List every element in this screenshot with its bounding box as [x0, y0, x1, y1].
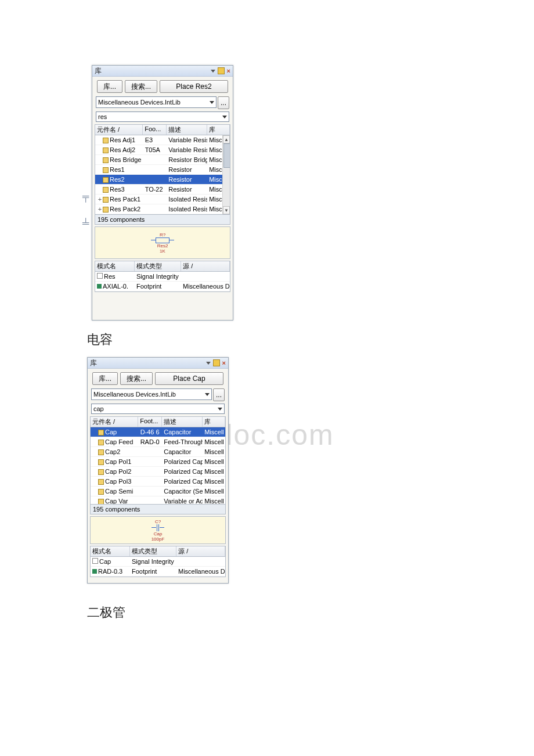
component-name: Cap Pol3	[105, 478, 131, 485]
col-model-name-header: 模式名	[95, 261, 135, 271]
filter-input[interactable]: cap	[91, 404, 225, 414]
library-dropdown-value: Miscellaneous Devices.IntLib	[93, 391, 176, 398]
component-name: Cap2	[105, 448, 120, 455]
panel-toolbar: 库... 搜索... Place Cap	[88, 369, 228, 387]
tree-expand-icon[interactable]: +	[97, 196, 103, 203]
preview-comment: Res2	[157, 243, 168, 249]
library-more-button[interactable]: ...	[218, 96, 229, 109]
table-row[interactable]: CapSignal Integrity	[91, 557, 225, 567]
menu-dropdown-icon[interactable]	[206, 362, 211, 365]
table-row[interactable]: RAD-0.3FootprintMiscellaneous D	[91, 567, 225, 577]
side-glyph: ╤	[82, 192, 89, 202]
search-button[interactable]: 搜索...	[120, 372, 153, 385]
filter-input[interactable]: res	[96, 111, 229, 122]
component-icon	[103, 138, 109, 143]
library-select-row: Miscellaneous Devices.IntLib ...	[96, 96, 229, 109]
table-row[interactable]: CapD-46 6CapacitorMiscell	[91, 427, 225, 437]
table-row[interactable]: Cap VarVariable or AdjMiscell	[91, 496, 225, 504]
col-description-header: 描述	[167, 125, 207, 135]
component-name: Cap	[105, 429, 117, 435]
library-panel-res: 库 × 库... 搜索... Place Res2 Miscellaneous …	[92, 65, 233, 321]
filter-input-value: cap	[93, 405, 104, 412]
table-row[interactable]: Cap Pol1Polarized CapaMiscell	[91, 457, 225, 467]
table-row[interactable]: Res1ResistorMiscell	[95, 165, 230, 175]
panel-title: 库	[90, 358, 97, 368]
model-source: Miscellaneous D	[181, 283, 230, 290]
scrollbar[interactable]: ▲ ▼	[222, 135, 230, 214]
grid-body: CapD-46 6CapacitorMiscellCap FeedRAD-0Fe…	[91, 427, 225, 504]
tree-expand-icon[interactable]: +	[97, 206, 103, 213]
component-icon	[103, 157, 109, 163]
model-type: Footprint	[130, 568, 176, 575]
panel-titlebar[interactable]: 库 ×	[88, 358, 228, 369]
component-description: Variable or Adj	[162, 498, 203, 504]
component-icon	[98, 499, 104, 504]
place-button[interactable]: Place Cap	[155, 372, 223, 385]
table-row[interactable]: +Res Pack2Isolated ResisMiscell	[95, 204, 230, 214]
table-row[interactable]: Cap SemiCapacitor (SerMiscell	[91, 487, 225, 496]
table-row[interactable]: Res2ResistorMiscell	[95, 175, 230, 185]
table-row[interactable]: Res Adj1E3Variable ResisMiscell	[95, 135, 230, 145]
table-row[interactable]: Cap Pol2Polarized CapaMiscell	[91, 467, 225, 477]
library-dropdown[interactable]: Miscellaneous Devices.IntLib	[96, 96, 217, 108]
preview-designator: R?	[160, 232, 165, 237]
place-button[interactable]: Place Res2	[160, 80, 228, 93]
table-row[interactable]: +Res Pack1Isolated ResisMiscell	[95, 195, 230, 204]
pin-icon[interactable]	[213, 359, 220, 366]
component-name: Res2	[110, 176, 125, 183]
component-description: Variable Resis	[167, 136, 207, 143]
component-library: Miscell	[203, 429, 225, 435]
table-row[interactable]: Cap Pol3Polarized CapaMiscell	[91, 477, 225, 487]
table-row[interactable]: Cap2CapacitorMiscell	[91, 447, 225, 457]
col-model-source-header: 源	[183, 262, 189, 269]
col-model-source-header: 源	[178, 548, 185, 555]
library-more-button[interactable]: ...	[213, 388, 225, 401]
component-name: Cap Var	[105, 498, 128, 504]
models-grid-header[interactable]: 模式名 模式类型 源 /	[91, 546, 225, 557]
component-name: Res3	[110, 186, 125, 193]
component-library: Miscell	[203, 498, 225, 504]
schematic-icon	[92, 558, 98, 564]
col-library-header: 库	[203, 417, 225, 427]
table-row[interactable]: Cap FeedRAD-0Feed-ThroughMiscell	[91, 437, 225, 447]
models-grid-header[interactable]: 模式名 模式类型 源 /	[95, 261, 230, 272]
col-model-name-header: 模式名	[91, 546, 130, 556]
resistor-symbol-icon	[156, 237, 169, 243]
table-row[interactable]: Res BridgeResistor BridgMiscell	[95, 155, 230, 165]
search-button[interactable]: 搜索...	[125, 80, 157, 93]
component-footprint: E3	[143, 136, 167, 143]
pin-icon[interactable]	[218, 67, 225, 74]
chevron-down-icon	[222, 116, 227, 118]
preview-value: 1K	[160, 249, 165, 254]
component-name: Cap Semi	[105, 488, 133, 495]
preview-comment: Cap	[154, 531, 163, 537]
table-row[interactable]: Res3TO-22ResistorMiscell	[95, 185, 230, 195]
libraries-button[interactable]: 库...	[97, 80, 122, 93]
grid-header[interactable]: 元件名 / Foo... 描述 库	[95, 125, 230, 135]
component-footprint: TO-22	[143, 186, 167, 193]
col-model-type-header: 模式类型	[135, 261, 181, 271]
menu-dropdown-icon[interactable]	[211, 70, 215, 73]
scroll-up-icon[interactable]: ▲	[223, 135, 230, 143]
scroll-thumb[interactable]	[223, 143, 230, 168]
close-icon[interactable]: ×	[222, 359, 226, 366]
library-dropdown[interactable]: Miscellaneous Devices.IntLib	[91, 388, 212, 400]
component-icon	[103, 207, 109, 213]
components-grid: 元件名 / Foo... 描述 库 Res Adj1E3Variable Res…	[95, 124, 230, 215]
table-row[interactable]: ResSignal Integrity	[95, 272, 230, 282]
table-row[interactable]: Res Adj2T05AVariable ResisMiscell	[95, 145, 230, 155]
model-source: Miscellaneous D	[176, 568, 225, 575]
grid-header[interactable]: 元件名 / Foot... 描述 库	[91, 417, 225, 427]
sort-indicator: /	[186, 548, 188, 555]
col-name-header: 元件名	[97, 126, 116, 133]
component-library: Miscell	[203, 438, 225, 445]
component-name: Cap Pol2	[105, 468, 131, 475]
component-count: 195 components	[90, 505, 226, 514]
component-library: Miscell	[203, 468, 225, 475]
libraries-button[interactable]: 库...	[92, 372, 118, 385]
scroll-down-icon[interactable]: ▼	[223, 206, 230, 214]
component-footprint: T05A	[143, 146, 167, 153]
table-row[interactable]: AXIAL-0.FootprintMiscellaneous D	[95, 282, 230, 291]
close-icon[interactable]: ×	[227, 67, 230, 74]
panel-titlebar[interactable]: 库 ×	[92, 66, 233, 77]
